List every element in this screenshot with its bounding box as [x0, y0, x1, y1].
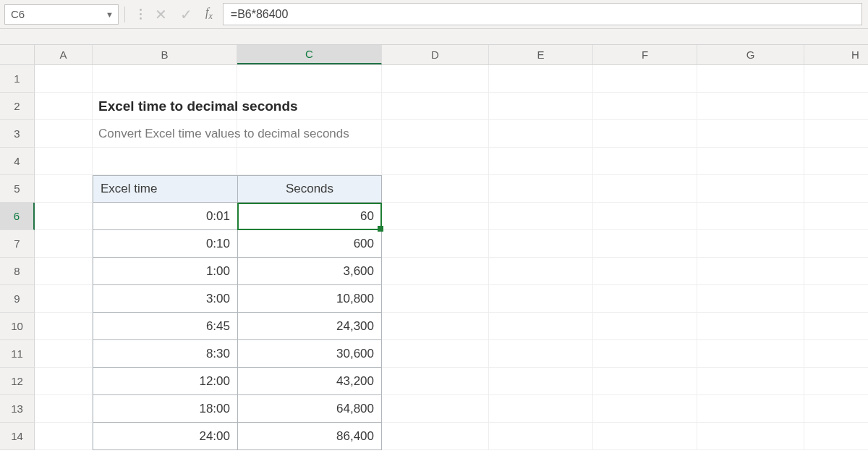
cell-e10[interactable] — [489, 313, 593, 340]
cell-g3[interactable] — [697, 120, 804, 148]
cell-e14[interactable] — [489, 423, 593, 450]
cell-e1[interactable] — [489, 65, 593, 93]
row-header-14[interactable]: 14 — [0, 423, 35, 450]
cell-h6[interactable] — [804, 203, 868, 230]
col-header-b[interactable]: B — [93, 45, 237, 64]
cell-f4[interactable] — [593, 148, 697, 175]
cell-d6[interactable] — [382, 203, 489, 230]
cell-f10[interactable] — [593, 313, 697, 340]
cell-e9[interactable] — [489, 285, 593, 313]
cell-c1[interactable] — [237, 65, 382, 93]
cell-b13[interactable]: 18:00 — [93, 395, 237, 423]
cell-a4[interactable] — [35, 148, 93, 175]
cell-h13[interactable] — [804, 395, 868, 423]
cell-c13[interactable]: 64,800 — [237, 395, 382, 423]
cancel-icon[interactable]: ✕ — [155, 6, 167, 23]
cell-a7[interactable] — [35, 230, 93, 258]
name-box[interactable]: C6 ▼ — [4, 4, 119, 25]
cell-g2[interactable] — [697, 93, 804, 120]
col-header-d[interactable]: D — [382, 45, 489, 64]
cell-b3[interactable]: Convert Excel time values to decimal sec… — [93, 120, 237, 148]
cell-f13[interactable] — [593, 395, 697, 423]
cell-h14[interactable] — [804, 423, 868, 450]
row-header-13[interactable]: 13 — [0, 395, 35, 423]
col-header-h[interactable]: H — [804, 45, 868, 64]
cell-e5[interactable] — [489, 175, 593, 203]
row-header-9[interactable]: 9 — [0, 285, 35, 313]
cell-f6[interactable] — [593, 203, 697, 230]
cell-a3[interactable] — [35, 120, 93, 148]
row-header-1[interactable]: 1 — [0, 65, 35, 93]
cell-c6[interactable]: 60 — [237, 203, 382, 230]
cell-f11[interactable] — [593, 340, 697, 368]
cell-b7[interactable]: 0:10 — [93, 230, 237, 258]
cell-a12[interactable] — [35, 368, 93, 395]
cell-f3[interactable] — [593, 120, 697, 148]
cell-a11[interactable] — [35, 340, 93, 368]
row-header-3[interactable]: 3 — [0, 120, 35, 148]
cell-d14[interactable] — [382, 423, 489, 450]
cell-a8[interactable] — [35, 258, 93, 285]
cell-c9[interactable]: 10,800 — [237, 285, 382, 313]
cell-d12[interactable] — [382, 368, 489, 395]
cell-g14[interactable] — [697, 423, 804, 450]
cell-g13[interactable] — [697, 395, 804, 423]
cell-e11[interactable] — [489, 340, 593, 368]
cell-d7[interactable] — [382, 230, 489, 258]
chevron-down-icon[interactable]: ▼ — [106, 10, 114, 19]
cell-d5[interactable] — [382, 175, 489, 203]
cell-d4[interactable] — [382, 148, 489, 175]
cell-h8[interactable] — [804, 258, 868, 285]
cell-a5[interactable] — [35, 175, 93, 203]
cell-e12[interactable] — [489, 368, 593, 395]
cell-c7[interactable]: 600 — [237, 230, 382, 258]
spreadsheet-grid[interactable]: A B C D E F G H 1 2 Excel time to decima… — [0, 45, 868, 450]
cell-d10[interactable] — [382, 313, 489, 340]
cell-b12[interactable]: 12:00 — [93, 368, 237, 395]
row-header-8[interactable]: 8 — [0, 258, 35, 285]
row-header-12[interactable]: 12 — [0, 368, 35, 395]
cell-b9[interactable]: 3:00 — [93, 285, 237, 313]
cell-h1[interactable] — [804, 65, 868, 93]
cell-g7[interactable] — [697, 230, 804, 258]
cell-d8[interactable] — [382, 258, 489, 285]
cell-e13[interactable] — [489, 395, 593, 423]
cell-a6[interactable] — [35, 203, 93, 230]
row-header-4[interactable]: 4 — [0, 148, 35, 175]
cell-g8[interactable] — [697, 258, 804, 285]
cell-e8[interactable] — [489, 258, 593, 285]
cell-h7[interactable] — [804, 230, 868, 258]
cell-g4[interactable] — [697, 148, 804, 175]
cell-a14[interactable] — [35, 423, 93, 450]
col-header-c[interactable]: C — [237, 45, 382, 64]
cell-e3[interactable] — [489, 120, 593, 148]
cell-g11[interactable] — [697, 340, 804, 368]
cell-f7[interactable] — [593, 230, 697, 258]
cell-c10[interactable]: 24,300 — [237, 313, 382, 340]
cell-f8[interactable] — [593, 258, 697, 285]
cell-b5[interactable]: Excel time — [93, 175, 237, 203]
cell-f14[interactable] — [593, 423, 697, 450]
cell-b8[interactable]: 1:00 — [93, 258, 237, 285]
cell-a13[interactable] — [35, 395, 93, 423]
cell-f12[interactable] — [593, 368, 697, 395]
cell-b10[interactable]: 6:45 — [93, 313, 237, 340]
cell-g5[interactable] — [697, 175, 804, 203]
cell-a2[interactable] — [35, 93, 93, 120]
cell-d1[interactable] — [382, 65, 489, 93]
cell-g1[interactable] — [697, 65, 804, 93]
cell-b2[interactable]: Excel time to decimal seconds — [93, 93, 237, 120]
cell-d11[interactable] — [382, 340, 489, 368]
row-header-11[interactable]: 11 — [0, 340, 35, 368]
cell-b14[interactable]: 24:00 — [93, 423, 237, 450]
cell-h5[interactable] — [804, 175, 868, 203]
cell-c4[interactable] — [237, 148, 382, 175]
cell-d3[interactable] — [382, 120, 489, 148]
row-header-2[interactable]: 2 — [0, 93, 35, 120]
cell-h2[interactable] — [804, 93, 868, 120]
cell-c12[interactable]: 43,200 — [237, 368, 382, 395]
cell-e4[interactable] — [489, 148, 593, 175]
cell-f1[interactable] — [593, 65, 697, 93]
cell-a9[interactable] — [35, 285, 93, 313]
cell-d2[interactable] — [382, 93, 489, 120]
